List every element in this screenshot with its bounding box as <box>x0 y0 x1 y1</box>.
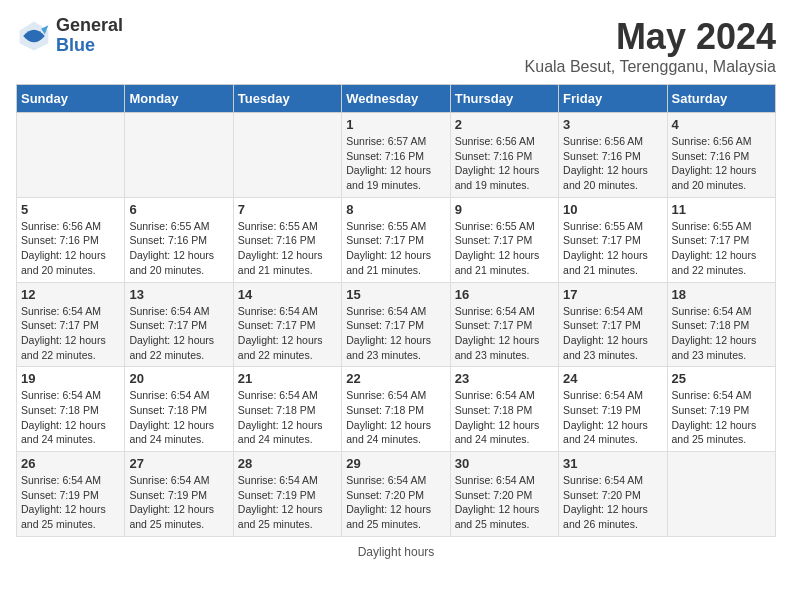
day-info: Sunrise: 6:55 AM Sunset: 7:17 PM Dayligh… <box>346 219 445 278</box>
day-info: Sunrise: 6:56 AM Sunset: 7:16 PM Dayligh… <box>672 134 771 193</box>
day-cell: 12Sunrise: 6:54 AM Sunset: 7:17 PM Dayli… <box>17 282 125 367</box>
day-info: Sunrise: 6:54 AM Sunset: 7:18 PM Dayligh… <box>672 304 771 363</box>
footer: Daylight hours <box>16 545 776 559</box>
day-number: 21 <box>238 371 337 386</box>
day-cell: 8Sunrise: 6:55 AM Sunset: 7:17 PM Daylig… <box>342 197 450 282</box>
day-cell: 27Sunrise: 6:54 AM Sunset: 7:19 PM Dayli… <box>125 452 233 537</box>
day-info: Sunrise: 6:54 AM Sunset: 7:19 PM Dayligh… <box>672 388 771 447</box>
day-cell: 13Sunrise: 6:54 AM Sunset: 7:17 PM Dayli… <box>125 282 233 367</box>
day-info: Sunrise: 6:57 AM Sunset: 7:16 PM Dayligh… <box>346 134 445 193</box>
day-cell: 21Sunrise: 6:54 AM Sunset: 7:18 PM Dayli… <box>233 367 341 452</box>
day-number: 15 <box>346 287 445 302</box>
day-info: Sunrise: 6:55 AM Sunset: 7:16 PM Dayligh… <box>129 219 228 278</box>
day-cell <box>125 113 233 198</box>
logo-general: General <box>56 16 123 36</box>
main-title: May 2024 <box>525 16 776 58</box>
day-info: Sunrise: 6:56 AM Sunset: 7:16 PM Dayligh… <box>563 134 662 193</box>
day-number: 26 <box>21 456 120 471</box>
day-info: Sunrise: 6:54 AM Sunset: 7:20 PM Dayligh… <box>455 473 554 532</box>
logo-blue: Blue <box>56 36 123 56</box>
day-info: Sunrise: 6:54 AM Sunset: 7:17 PM Dayligh… <box>21 304 120 363</box>
day-number: 22 <box>346 371 445 386</box>
day-cell <box>667 452 775 537</box>
day-number: 11 <box>672 202 771 217</box>
day-info: Sunrise: 6:54 AM Sunset: 7:18 PM Dayligh… <box>238 388 337 447</box>
daylight-label: Daylight hours <box>358 545 435 559</box>
day-info: Sunrise: 6:55 AM Sunset: 7:16 PM Dayligh… <box>238 219 337 278</box>
day-cell: 22Sunrise: 6:54 AM Sunset: 7:18 PM Dayli… <box>342 367 450 452</box>
day-info: Sunrise: 6:54 AM Sunset: 7:18 PM Dayligh… <box>21 388 120 447</box>
day-number: 25 <box>672 371 771 386</box>
day-cell: 10Sunrise: 6:55 AM Sunset: 7:17 PM Dayli… <box>559 197 667 282</box>
day-number: 13 <box>129 287 228 302</box>
day-info: Sunrise: 6:56 AM Sunset: 7:16 PM Dayligh… <box>455 134 554 193</box>
day-cell <box>17 113 125 198</box>
day-info: Sunrise: 6:54 AM Sunset: 7:19 PM Dayligh… <box>21 473 120 532</box>
day-cell: 4Sunrise: 6:56 AM Sunset: 7:16 PM Daylig… <box>667 113 775 198</box>
day-info: Sunrise: 6:54 AM Sunset: 7:18 PM Dayligh… <box>455 388 554 447</box>
day-number: 12 <box>21 287 120 302</box>
day-number: 28 <box>238 456 337 471</box>
calendar-body: 1Sunrise: 6:57 AM Sunset: 7:16 PM Daylig… <box>17 113 776 537</box>
day-number: 27 <box>129 456 228 471</box>
day-info: Sunrise: 6:54 AM Sunset: 7:17 PM Dayligh… <box>238 304 337 363</box>
day-cell: 5Sunrise: 6:56 AM Sunset: 7:16 PM Daylig… <box>17 197 125 282</box>
page-header: General Blue May 2024 Kuala Besut, Teren… <box>16 16 776 76</box>
logo: General Blue <box>16 16 123 56</box>
day-number: 19 <box>21 371 120 386</box>
day-cell: 9Sunrise: 6:55 AM Sunset: 7:17 PM Daylig… <box>450 197 558 282</box>
day-cell: 2Sunrise: 6:56 AM Sunset: 7:16 PM Daylig… <box>450 113 558 198</box>
header-cell-sunday: Sunday <box>17 85 125 113</box>
week-row-4: 19Sunrise: 6:54 AM Sunset: 7:18 PM Dayli… <box>17 367 776 452</box>
header-cell-thursday: Thursday <box>450 85 558 113</box>
day-number: 20 <box>129 371 228 386</box>
day-cell: 28Sunrise: 6:54 AM Sunset: 7:19 PM Dayli… <box>233 452 341 537</box>
calendar-header: SundayMondayTuesdayWednesdayThursdayFrid… <box>17 85 776 113</box>
day-info: Sunrise: 6:55 AM Sunset: 7:17 PM Dayligh… <box>563 219 662 278</box>
day-info: Sunrise: 6:55 AM Sunset: 7:17 PM Dayligh… <box>455 219 554 278</box>
day-number: 5 <box>21 202 120 217</box>
week-row-3: 12Sunrise: 6:54 AM Sunset: 7:17 PM Dayli… <box>17 282 776 367</box>
day-cell: 16Sunrise: 6:54 AM Sunset: 7:17 PM Dayli… <box>450 282 558 367</box>
day-number: 16 <box>455 287 554 302</box>
day-cell: 1Sunrise: 6:57 AM Sunset: 7:16 PM Daylig… <box>342 113 450 198</box>
day-number: 4 <box>672 117 771 132</box>
logo-text: General Blue <box>56 16 123 56</box>
logo-icon <box>16 18 52 54</box>
day-number: 3 <box>563 117 662 132</box>
day-cell: 11Sunrise: 6:55 AM Sunset: 7:17 PM Dayli… <box>667 197 775 282</box>
header-row: SundayMondayTuesdayWednesdayThursdayFrid… <box>17 85 776 113</box>
week-row-5: 26Sunrise: 6:54 AM Sunset: 7:19 PM Dayli… <box>17 452 776 537</box>
day-info: Sunrise: 6:54 AM Sunset: 7:18 PM Dayligh… <box>129 388 228 447</box>
header-cell-tuesday: Tuesday <box>233 85 341 113</box>
day-cell: 23Sunrise: 6:54 AM Sunset: 7:18 PM Dayli… <box>450 367 558 452</box>
day-info: Sunrise: 6:54 AM Sunset: 7:20 PM Dayligh… <box>346 473 445 532</box>
day-cell: 18Sunrise: 6:54 AM Sunset: 7:18 PM Dayli… <box>667 282 775 367</box>
day-number: 2 <box>455 117 554 132</box>
day-info: Sunrise: 6:56 AM Sunset: 7:16 PM Dayligh… <box>21 219 120 278</box>
day-number: 17 <box>563 287 662 302</box>
day-info: Sunrise: 6:55 AM Sunset: 7:17 PM Dayligh… <box>672 219 771 278</box>
day-number: 23 <box>455 371 554 386</box>
header-cell-saturday: Saturday <box>667 85 775 113</box>
day-number: 18 <box>672 287 771 302</box>
week-row-1: 1Sunrise: 6:57 AM Sunset: 7:16 PM Daylig… <box>17 113 776 198</box>
day-info: Sunrise: 6:54 AM Sunset: 7:19 PM Dayligh… <box>563 388 662 447</box>
day-info: Sunrise: 6:54 AM Sunset: 7:17 PM Dayligh… <box>129 304 228 363</box>
title-block: May 2024 Kuala Besut, Terengganu, Malays… <box>525 16 776 76</box>
header-cell-wednesday: Wednesday <box>342 85 450 113</box>
day-cell: 17Sunrise: 6:54 AM Sunset: 7:17 PM Dayli… <box>559 282 667 367</box>
day-cell: 31Sunrise: 6:54 AM Sunset: 7:20 PM Dayli… <box>559 452 667 537</box>
day-cell: 20Sunrise: 6:54 AM Sunset: 7:18 PM Dayli… <box>125 367 233 452</box>
day-info: Sunrise: 6:54 AM Sunset: 7:20 PM Dayligh… <box>563 473 662 532</box>
day-number: 10 <box>563 202 662 217</box>
day-cell: 25Sunrise: 6:54 AM Sunset: 7:19 PM Dayli… <box>667 367 775 452</box>
day-number: 6 <box>129 202 228 217</box>
day-info: Sunrise: 6:54 AM Sunset: 7:17 PM Dayligh… <box>346 304 445 363</box>
day-cell: 7Sunrise: 6:55 AM Sunset: 7:16 PM Daylig… <box>233 197 341 282</box>
day-cell: 19Sunrise: 6:54 AM Sunset: 7:18 PM Dayli… <box>17 367 125 452</box>
day-number: 7 <box>238 202 337 217</box>
day-number: 24 <box>563 371 662 386</box>
day-cell: 26Sunrise: 6:54 AM Sunset: 7:19 PM Dayli… <box>17 452 125 537</box>
day-cell: 30Sunrise: 6:54 AM Sunset: 7:20 PM Dayli… <box>450 452 558 537</box>
